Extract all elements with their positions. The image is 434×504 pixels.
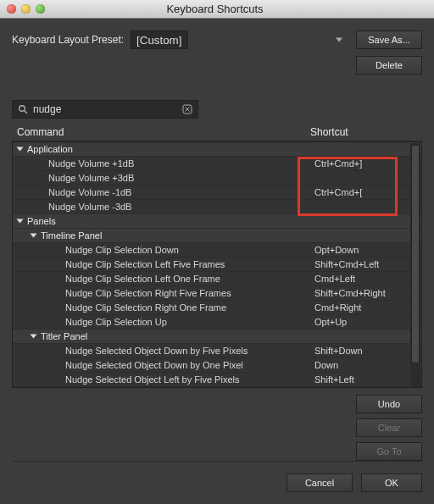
tree-section[interactable]: Application <box>13 142 421 157</box>
dialog-body: Keyboard Layout Preset: [Custom] Save As… <box>0 19 434 504</box>
disclosure-triangle-icon[interactable] <box>31 234 37 238</box>
close-window-button[interactable] <box>7 4 16 14</box>
tree-row-label: Nudge Volume +3dB <box>48 173 134 183</box>
tree-row-shortcut[interactable]: Opt+Down <box>311 245 421 255</box>
window-titlebar: Keyboard Shortcuts <box>0 0 434 19</box>
command-column-header[interactable]: Command <box>17 126 310 138</box>
goto-button[interactable]: Go To <box>356 442 422 461</box>
tree-command[interactable]: Nudge Clip Selection Right One FrameCmd+… <box>13 301 421 315</box>
tree-row-label: Nudge Clip Selection Left Five Frames <box>65 259 225 269</box>
tree-row-shortcut[interactable]: Cmd+Right <box>311 302 421 313</box>
disclosure-triangle-icon[interactable] <box>17 147 24 152</box>
tree-row-label: Nudge Selected Object Left by Five Pixel… <box>65 374 239 385</box>
search-icon <box>18 104 28 114</box>
tree-row-label: Nudge Volume +1dB <box>48 158 134 169</box>
tree-command[interactable]: Nudge Volume +3dB <box>13 171 421 186</box>
undo-button[interactable]: Undo <box>356 395 422 413</box>
tree-row-shortcut[interactable]: Opt+Up <box>311 317 421 327</box>
search-field[interactable] <box>12 100 198 119</box>
tree-row-label: Nudge Clip Selection Right Five Frames <box>65 288 231 298</box>
shortcut-column-header[interactable]: Shortcut <box>310 126 420 138</box>
tree-row-shortcut[interactable]: Shift+Left <box>311 374 421 385</box>
clear-button[interactable]: Clear <box>356 418 422 437</box>
tree-section[interactable]: Timeline Panel <box>13 229 421 243</box>
tree-row-label: Nudge Volume -1dB <box>48 187 131 197</box>
preset-select-wrap[interactable]: [Custom] <box>131 30 349 49</box>
tree-row-label: Nudge Volume -3dB <box>48 202 131 212</box>
tree-section[interactable]: Titler Panel <box>13 330 421 344</box>
shortcuts-tree: ApplicationNudge Volume +1dBCtrl+Cmd+]Nu… <box>12 141 422 388</box>
tree-row-label: Nudge Selected Object Down by Five Pixel… <box>65 346 248 356</box>
tree-row-label: Nudge Clip Selection Down <box>65 245 179 255</box>
zoom-window-button[interactable] <box>36 4 45 14</box>
tree-scrollbar[interactable] <box>410 143 420 386</box>
svg-point-0 <box>19 106 25 112</box>
ok-button[interactable]: OK <box>361 474 422 492</box>
tree-row-label: Nudge Clip Selection Left One Frame <box>65 274 220 284</box>
tree-command[interactable]: Nudge Volume -3dB <box>13 200 421 214</box>
tree-row-label: Application <box>27 144 73 154</box>
minimize-window-button[interactable] <box>21 4 31 14</box>
dialog-footer: Cancel OK <box>12 461 422 504</box>
tree-command[interactable]: Nudge Volume -1dBCtrl+Cmd+[ <box>13 186 421 200</box>
tree-command[interactable]: Nudge Selected Object Down by Five Pixel… <box>13 344 421 358</box>
tree-command[interactable]: Nudge Clip Selection UpOpt+Up <box>13 315 421 330</box>
tree-command[interactable]: Nudge Clip Selection DownOpt+Down <box>13 243 421 258</box>
tree-row-label: Nudge Selected Object Down by One Pixel <box>65 360 243 370</box>
scrollbar-thumb[interactable] <box>411 145 420 363</box>
tree-row-shortcut[interactable]: Ctrl+Cmd+] <box>311 158 421 169</box>
disclosure-triangle-icon[interactable] <box>31 335 37 339</box>
search-input[interactable] <box>33 103 177 115</box>
tree-row-label: Nudge Clip Selection Up <box>65 317 167 327</box>
tree-command[interactable]: Nudge Selected Object Left by One PixelL… <box>13 387 421 388</box>
preset-select[interactable]: [Custom] <box>131 30 188 49</box>
tree-command[interactable]: Nudge Selected Object Left by Five Pixel… <box>13 373 421 387</box>
window-controls <box>7 4 45 14</box>
tree-row-label: Nudge Clip Selection Right One Frame <box>65 302 226 313</box>
tree-header: Command Shortcut <box>12 124 422 141</box>
save-as-button[interactable]: Save As... <box>356 30 422 49</box>
delete-preset-button[interactable]: Delete <box>356 56 422 75</box>
tree-row-shortcut[interactable]: Down <box>311 360 421 370</box>
cancel-button[interactable]: Cancel <box>287 474 353 492</box>
preset-label: Keyboard Layout Preset: <box>12 34 124 46</box>
tree-row-label: Titler Panel <box>41 331 87 341</box>
tree-command[interactable]: Nudge Clip Selection Left Five FramesShi… <box>13 258 421 272</box>
tree-row-label: Panels <box>27 216 56 226</box>
tree-row-shortcut[interactable]: Cmd+Left <box>311 274 421 284</box>
tree-row-shortcut[interactable]: Shift+Cmd+Left <box>311 259 421 269</box>
tree-section[interactable]: Panels <box>13 214 421 229</box>
tree-command[interactable]: Nudge Clip Selection Right Five FramesSh… <box>13 286 421 301</box>
tree-command[interactable]: Nudge Clip Selection Left One FrameCmd+L… <box>13 272 421 286</box>
tree-row-label: Timeline Panel <box>41 230 102 241</box>
tree-row-shortcut[interactable]: Ctrl+Cmd+[ <box>311 187 421 197</box>
clear-search-icon[interactable] <box>182 104 192 114</box>
tree-row-shortcut[interactable]: Shift+Cmd+Right <box>311 288 421 298</box>
tree-row-shortcut[interactable]: Shift+Down <box>311 346 421 356</box>
svg-line-1 <box>25 111 27 114</box>
tree-command[interactable]: Nudge Volume +1dBCtrl+Cmd+] <box>13 157 421 171</box>
tree-command[interactable]: Nudge Selected Object Down by One PixelD… <box>13 358 421 373</box>
window-title: Keyboard Shortcuts <box>45 3 385 15</box>
disclosure-triangle-icon[interactable] <box>17 219 24 224</box>
